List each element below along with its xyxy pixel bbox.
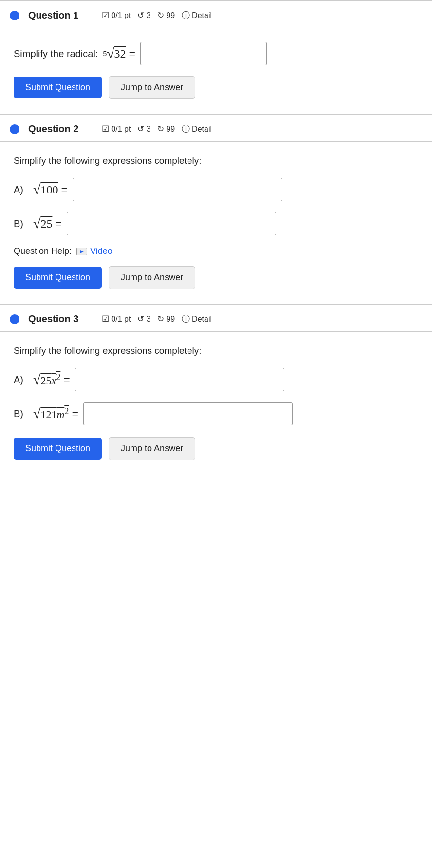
question-3-dot: [10, 314, 19, 324]
question-3-score: ☑ 0/1 pt: [102, 314, 131, 324]
question-3-part-a: A) √25x2 =: [14, 368, 418, 391]
question-2-part-b: B) √25 =: [14, 212, 418, 235]
question-1-score: ☑ 0/1 pt: [102, 10, 131, 20]
question-3-math-a: √25x2 =: [33, 372, 70, 387]
check-icon-3: ☑: [102, 314, 109, 324]
question-1-jump-button[interactable]: Jump to Answer: [109, 76, 195, 99]
question-3-submit-button[interactable]: Submit Question: [14, 438, 102, 460]
question-1-dot: [10, 11, 19, 20]
question-1-button-row: Submit Question Jump to Answer: [14, 76, 418, 99]
undo-icon-2: ↺: [137, 124, 144, 134]
question-2-undo[interactable]: ↺ 3: [137, 124, 150, 134]
undo-icon: ↺: [137, 10, 144, 20]
question-1-submit-button[interactable]: Submit Question: [14, 77, 102, 98]
question-block-1: Question 1 ☑ 0/1 pt ↺ 3 ↻ 99 ⓘ Detail Si…: [0, 0, 432, 114]
question-1-header: Question 1 ☑ 0/1 pt ↺ 3 ↻ 99 ⓘ Detail: [0, 1, 432, 28]
question-2-text: Simplify the following expressions compl…: [14, 155, 418, 166]
question-2-title: Question 2: [28, 123, 78, 135]
question-2-answer-b[interactable]: [67, 212, 276, 235]
question-help-label: Question Help:: [14, 246, 72, 256]
question-2-detail[interactable]: ⓘ Detail: [182, 123, 212, 135]
question-2-jump-button[interactable]: Jump to Answer: [109, 266, 195, 289]
question-3-math-b: √121m2 =: [33, 406, 78, 422]
question-2-score: ☑ 0/1 pt: [102, 124, 131, 134]
video-text: Video: [90, 246, 113, 256]
question-2-button-row: Submit Question Jump to Answer: [14, 266, 418, 289]
refresh-icon-3: ↻: [157, 314, 164, 324]
question-3-part-b: B) √121m2 =: [14, 402, 418, 425]
info-icon-3: ⓘ: [182, 313, 190, 325]
question-3-label-b: B): [14, 408, 28, 420]
question-2-label-b: B): [14, 218, 28, 230]
question-block-2: Question 2 ☑ 0/1 pt ↺ 3 ↻ 99 ⓘ Detail Si…: [0, 114, 432, 304]
info-icon-2: ⓘ: [182, 123, 190, 135]
question-2-label-a: A): [14, 184, 28, 195]
info-icon: ⓘ: [182, 10, 190, 21]
question-3-title: Question 3: [28, 313, 78, 325]
question-2-dot: [10, 124, 19, 134]
check-icon-2: ☑: [102, 124, 109, 134]
question-1-title: Question 1: [28, 10, 78, 21]
check-icon: ☑: [102, 10, 109, 20]
question-1-meta: ☑ 0/1 pt ↺ 3 ↻ 99 ⓘ Detail: [102, 10, 422, 21]
question-2-math-b: √25 =: [33, 216, 62, 231]
question-2-refresh[interactable]: ↻ 99: [157, 124, 175, 134]
question-2-body: Simplify the following expressions compl…: [0, 142, 432, 304]
question-3-meta: ☑ 0/1 pt ↺ 3 ↻ 99 ⓘ Detail: [102, 313, 422, 325]
question-3-answer-a[interactable]: [75, 368, 284, 391]
question-2-submit-button[interactable]: Submit Question: [14, 267, 102, 289]
question-2-help: Question Help: ▶ Video: [14, 246, 418, 256]
question-3-refresh[interactable]: ↻ 99: [157, 314, 175, 324]
question-block-3: Question 3 ☑ 0/1 pt ↺ 3 ↻ 99 ⓘ Detail Si…: [0, 304, 432, 475]
undo-icon-3: ↺: [137, 314, 144, 324]
question-1-expr: Simplify the radical: 5√32 =: [14, 42, 418, 65]
video-play-icon: ▶: [76, 248, 87, 255]
question-2-meta: ☑ 0/1 pt ↺ 3 ↻ 99 ⓘ Detail: [102, 123, 422, 135]
video-link[interactable]: ▶ Video: [76, 246, 113, 256]
question-2-header: Question 2 ☑ 0/1 pt ↺ 3 ↻ 99 ⓘ Detail: [0, 115, 432, 142]
question-1-single-label: Simplify the radical:: [14, 48, 98, 59]
question-3-button-row: Submit Question Jump to Answer: [14, 437, 418, 460]
refresh-icon: ↻: [157, 10, 164, 20]
question-1-answer-input[interactable]: [140, 42, 267, 65]
question-2-part-a: A) √100 =: [14, 178, 418, 201]
question-2-math-a: √100 =: [33, 182, 68, 197]
question-3-header: Question 3 ☑ 0/1 pt ↺ 3 ↻ 99 ⓘ Detail: [0, 305, 432, 332]
question-3-undo[interactable]: ↺ 3: [137, 314, 150, 324]
question-1-refresh[interactable]: ↻ 99: [157, 10, 175, 20]
question-1-undo[interactable]: ↺ 3: [137, 10, 150, 20]
question-3-text: Simplify the following expressions compl…: [14, 346, 418, 356]
question-3-jump-button[interactable]: Jump to Answer: [109, 437, 195, 460]
question-1-detail[interactable]: ⓘ Detail: [182, 10, 212, 21]
question-3-body: Simplify the following expressions compl…: [0, 332, 432, 475]
refresh-icon-2: ↻: [157, 124, 164, 134]
question-3-answer-b[interactable]: [83, 402, 293, 425]
question-1-body: Simplify the radical: 5√32 = Submit Ques…: [0, 28, 432, 114]
question-3-detail[interactable]: ⓘ Detail: [182, 313, 212, 325]
question-3-label-a: A): [14, 374, 28, 386]
question-1-math: 5√32 =: [103, 46, 135, 61]
question-2-answer-a[interactable]: [73, 178, 282, 201]
